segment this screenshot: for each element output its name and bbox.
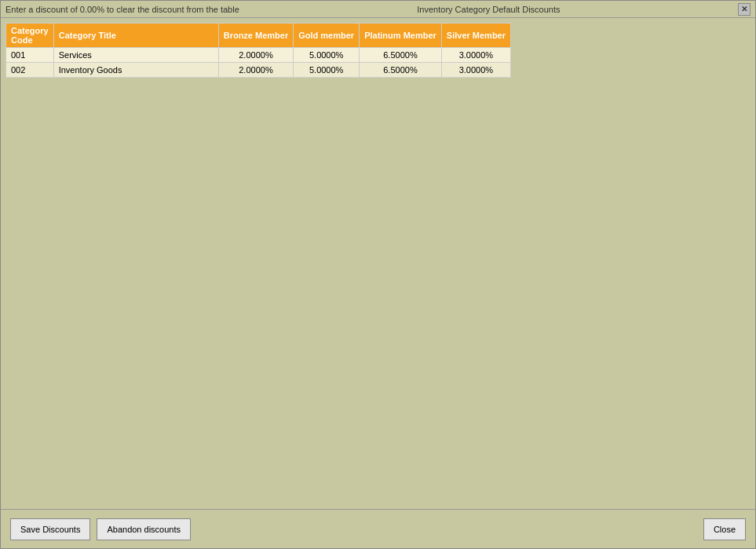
- cell-category_code-row1: 002: [6, 63, 54, 78]
- header-bronze-member: Bronze Member: [218, 24, 294, 48]
- main-content-area: Category Code Category Title Bronze Memb…: [1, 18, 755, 509]
- cell-gold_member-row1[interactable]: 5.0000%: [294, 63, 360, 78]
- header-category-title: Category Title: [53, 24, 218, 48]
- cell-silver_member-row0[interactable]: 3.0000%: [441, 48, 510, 63]
- table-row: 002Inventory Goods2.0000%5.0000%6.5000%3…: [6, 63, 511, 78]
- cell-category_title-row0: Services: [53, 48, 218, 63]
- window-title: Inventory Category Default Discounts: [417, 5, 560, 14]
- discounts-table: Category Code Category Title Bronze Memb…: [5, 23, 511, 78]
- close-button[interactable]: Close: [703, 518, 746, 540]
- cell-gold_member-row0[interactable]: 5.0000%: [294, 48, 360, 63]
- cell-platinum_member-row0[interactable]: 6.5000%: [360, 48, 442, 63]
- footer: Save Discounts Abandon discounts Close: [1, 509, 755, 548]
- abandon-discounts-button[interactable]: Abandon discounts: [97, 518, 191, 540]
- cell-category_code-row0: 001: [6, 48, 54, 63]
- title-bar: Enter a discount of 0.00% to clear the d…: [1, 1, 755, 18]
- cell-silver_member-row1[interactable]: 3.0000%: [441, 63, 510, 78]
- main-window: Enter a discount of 0.00% to clear the d…: [0, 0, 756, 549]
- cell-bronze_member-row1[interactable]: 2.0000%: [218, 63, 294, 78]
- table-header-row: Category Code Category Title Bronze Memb…: [6, 24, 511, 48]
- cell-bronze_member-row0[interactable]: 2.0000%: [218, 48, 294, 63]
- cell-platinum_member-row1[interactable]: 6.5000%: [360, 63, 442, 78]
- header-silver-member: Silver Member: [441, 24, 510, 48]
- cell-category_title-row1: Inventory Goods: [53, 63, 218, 78]
- save-discounts-button[interactable]: Save Discounts: [10, 518, 90, 540]
- header-category-code: Category Code: [6, 24, 54, 48]
- header-platinum-member: Platinum Member: [360, 24, 442, 48]
- footer-left-buttons: Save Discounts Abandon discounts: [10, 518, 191, 540]
- table-row: 001Services2.0000%5.0000%6.5000%3.0000%: [6, 48, 511, 63]
- header-gold-member: Gold member: [294, 24, 360, 48]
- window-close-button[interactable]: ✕: [738, 3, 751, 16]
- hint-text: Enter a discount of 0.00% to clear the d…: [5, 5, 239, 14]
